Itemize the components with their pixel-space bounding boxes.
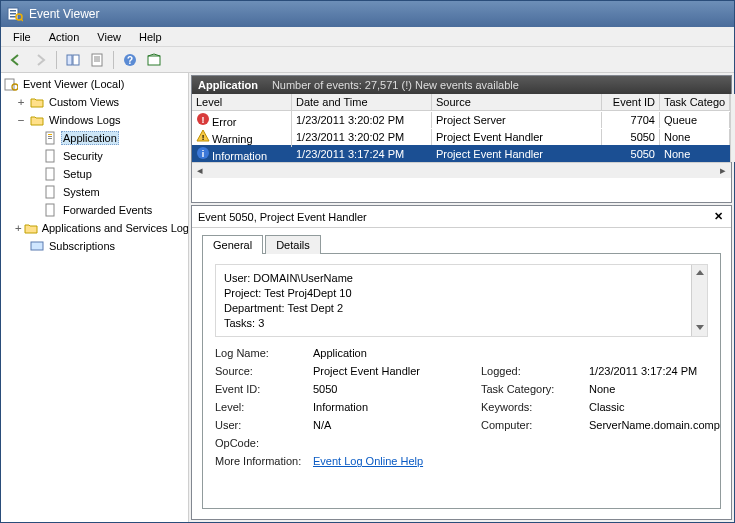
computer-value: ServerName.domain.company.com [589,419,721,431]
source-value: Project Event Handler [313,365,473,377]
source-label: Source: [215,365,305,377]
tree-label: Event Viewer (Local) [21,78,126,90]
detail-title-bar: Event 5050, Project Event Handler ✕ [192,206,731,228]
detail-panel: Event 5050, Project Event Handler ✕ Gene… [191,205,732,520]
opcode-value [313,437,473,449]
refresh-button[interactable] [143,49,165,71]
svg-rect-7 [73,55,79,65]
close-icon[interactable]: ✕ [712,210,725,223]
tab-body: User: DOMAIN\UserNameProject: Test Proj4… [202,253,721,509]
svg-rect-1 [10,10,16,12]
log-icon [43,184,59,200]
nav-tree[interactable]: Event Viewer (Local) + Custom Views − Wi… [1,73,189,522]
folder-icon [24,220,38,236]
app-icon [7,6,23,22]
scroll-track[interactable] [208,163,715,178]
col-source[interactable]: Source [432,94,602,110]
tab-details[interactable]: Details [265,235,321,254]
table-row[interactable]: iInformation1/23/2011 3:17:24 PMProject … [192,145,730,162]
expand-icon[interactable]: + [15,96,27,109]
folder-icon [29,94,45,110]
svg-rect-8 [92,54,102,66]
grid-body[interactable]: !Error1/23/2011 3:20:02 PMProject Server… [192,111,730,162]
vscrollbar[interactable] [730,94,735,162]
moreinfo-link[interactable]: Event Log Online Help [313,455,423,467]
error-icon: ! [196,112,210,126]
menu-help[interactable]: Help [131,29,170,45]
toolbar-sep [113,51,114,69]
table-row[interactable]: !Warning1/23/2011 3:20:02 PMProject Even… [192,128,730,145]
app-window: Event Viewer File Action View Help ? Eve… [0,0,735,523]
event-properties: Log Name: Application Source: Project Ev… [215,347,708,467]
back-button[interactable] [5,49,27,71]
col-date[interactable]: Date and Time [292,94,432,110]
table-row[interactable]: !Error1/23/2011 3:20:02 PMProject Server… [192,111,730,128]
eventid-value: 5050 [313,383,473,395]
grid-header[interactable]: Level Date and Time Source Event ID Task… [192,94,730,111]
subscriptions-icon [29,238,45,254]
titlebar: Event Viewer [1,1,734,27]
events-header: Application Number of events: 27,571 (!)… [192,76,731,94]
log-icon [43,166,59,182]
svg-rect-18 [48,134,52,135]
logged-value: 1/23/2011 3:17:24 PM [589,365,721,377]
app-icon [3,76,19,92]
scroll-left-icon[interactable]: ◂ [192,163,208,178]
properties-button[interactable] [86,49,108,71]
right-pane: Application Number of events: 27,571 (!)… [189,73,734,522]
svg-line-5 [21,19,23,21]
svg-text:?: ? [127,55,133,66]
events-grid[interactable]: Level Date and Time Source Event ID Task… [192,94,731,202]
menu-view[interactable]: View [89,29,129,45]
level-label: Level: [215,401,305,413]
tab-general[interactable]: General [202,235,263,254]
keywords-value: Classic [589,401,721,413]
events-panel: Application Number of events: 27,571 (!)… [191,75,732,203]
collapse-icon[interactable]: − [15,114,27,127]
event-message: User: DOMAIN\UserNameProject: Test Proj4… [215,264,708,337]
logname-label: Log Name: [215,347,305,359]
tree-application[interactable]: Application [1,129,188,147]
user-value: N/A [313,419,473,431]
tree-label: System [61,186,102,198]
tree-custom-views[interactable]: + Custom Views [1,93,188,111]
tree-setup[interactable]: Setup [1,165,188,183]
tree-windows-logs[interactable]: − Windows Logs [1,111,188,129]
forward-button[interactable] [29,49,51,71]
scroll-right-icon[interactable]: ▸ [715,163,731,178]
menu-action[interactable]: Action [41,29,88,45]
log-icon [43,148,59,164]
svg-rect-22 [46,168,54,180]
tree-label: Forwarded Events [61,204,154,216]
svg-rect-3 [10,16,16,18]
detail-title: Event 5050, Project Event Handler [198,211,367,223]
tree-forwarded[interactable]: Forwarded Events [1,201,188,219]
svg-text:!: ! [202,114,205,124]
tree-apps-services-logs[interactable]: + Applications and Services Logs [1,219,188,237]
tree-root[interactable]: Event Viewer (Local) [1,75,188,93]
show-hide-tree-button[interactable] [62,49,84,71]
msg-vscrollbar[interactable] [691,265,707,336]
col-eventid[interactable]: Event ID [602,94,660,110]
tree-subscriptions[interactable]: Subscriptions [1,237,188,255]
help-button[interactable]: ? [119,49,141,71]
message-line: Project: Test Proj4Dept 10 [224,286,699,301]
tree-label: Applications and Services Logs [40,222,189,234]
tree-security[interactable]: Security [1,147,188,165]
opcode-label: OpCode: [215,437,305,449]
tree-system[interactable]: System [1,183,188,201]
user-label: User: [215,419,305,431]
events-count: Number of events: 27,571 (!) New events … [272,79,519,91]
svg-rect-25 [31,242,43,250]
col-category[interactable]: Task Catego [660,94,730,110]
menu-file[interactable]: File [5,29,39,45]
svg-text:!: ! [202,133,205,142]
svg-rect-20 [48,138,52,139]
info-icon: i [196,146,210,160]
expand-icon[interactable]: + [15,222,22,235]
hscrollbar[interactable]: ◂ ▸ [192,162,731,178]
message-line: User: DOMAIN\UserName [224,271,699,286]
tree-label: Application [61,131,119,145]
col-level[interactable]: Level [192,94,292,110]
tree-label: Security [61,150,105,162]
